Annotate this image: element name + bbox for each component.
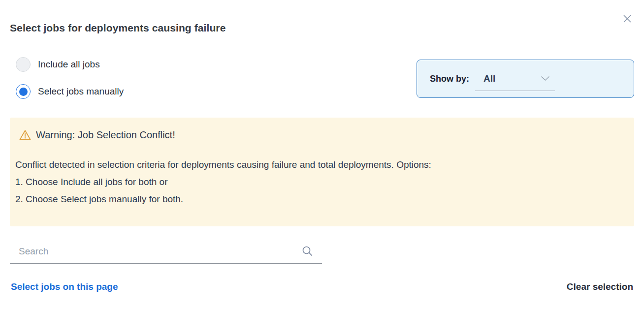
- search-field: [10, 246, 322, 264]
- warning-title: Warning: Job Selection Conflict!: [36, 129, 175, 141]
- search-input[interactable]: [10, 246, 302, 257]
- warning-options-list: 1. Choose Include all jobs for both or 2…: [15, 173, 619, 208]
- dialog: Select jobs for deployments causing fail…: [0, 0, 644, 292]
- close-button[interactable]: [620, 12, 634, 26]
- dialog-title: Select jobs for deployments causing fail…: [10, 22, 634, 34]
- show-by-label: Show by:: [430, 74, 469, 84]
- clear-selection-button[interactable]: Clear selection: [567, 281, 633, 292]
- radio-label: Select jobs manually: [38, 86, 124, 97]
- select-jobs-on-page-link[interactable]: Select jobs on this page: [11, 281, 118, 292]
- warning-banner: Warning: Job Selection Conflict! Conflic…: [10, 118, 634, 226]
- show-by-panel: Show by: All: [417, 60, 634, 98]
- job-selection-radio-group: Include all jobs Select jobs manually: [16, 57, 124, 99]
- warning-header: Warning: Job Selection Conflict!: [15, 129, 619, 141]
- radio-circle-unselected[interactable]: [16, 57, 31, 72]
- show-by-dropdown[interactable]: All: [475, 73, 555, 91]
- chevron-down-icon: [541, 76, 550, 81]
- warning-body: Conflict detected in selection criteria …: [15, 156, 619, 208]
- warning-triangle-icon: [19, 129, 32, 141]
- radio-select-jobs-manually[interactable]: Select jobs manually: [16, 84, 124, 99]
- close-icon: [622, 13, 633, 24]
- radio-include-all-jobs[interactable]: Include all jobs: [16, 57, 124, 72]
- show-by-selected-value: All: [483, 73, 495, 84]
- warning-message: Conflict detected in selection criteria …: [15, 156, 619, 173]
- warning-option-1: 1. Choose Include all jobs for both or: [15, 173, 619, 190]
- footer-actions: Select jobs on this page Clear selection: [10, 281, 634, 292]
- warning-option-2: 2. Choose Select jobs manually for both.: [15, 190, 619, 208]
- radio-circle-selected[interactable]: [16, 84, 31, 99]
- search-icon[interactable]: [302, 246, 313, 257]
- radio-label: Include all jobs: [38, 59, 100, 70]
- options-row: Include all jobs Select jobs manually Sh…: [10, 57, 634, 99]
